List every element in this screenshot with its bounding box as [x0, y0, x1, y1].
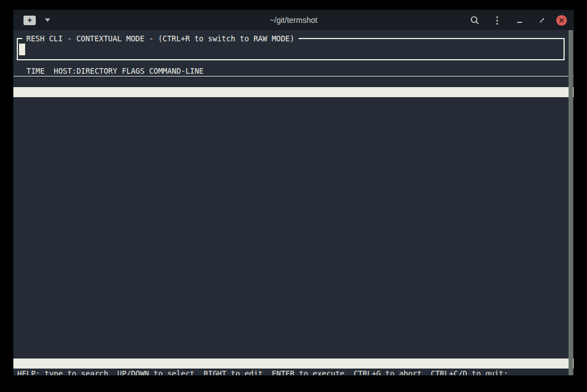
- new-tab-button[interactable]: +: [23, 16, 36, 25]
- close-button[interactable]: [556, 15, 567, 26]
- terminal-window: + ~/git/termshot ⋮: [13, 10, 574, 375]
- history-row[interactable]: 7 days~/git/termshotGtime echo something: [13, 308, 574, 318]
- history-row[interactable]: 3 days~/git/termshotGinkscape xterm-mock…: [13, 238, 574, 248]
- history-row[interactable]: 7 days~/git/termshotGtime x=1: [13, 288, 574, 298]
- history-row[interactable]: 3 days~/git/termshotGfh: [13, 87, 574, 97]
- search-icon: [470, 16, 480, 25]
- history-row[interactable]: 6 days~/git/termshotGcd ..: [13, 258, 574, 268]
- chevron-down-icon[interactable]: [45, 18, 50, 22]
- history-row[interactable]: 3 days~/git/termshotGmv ~/xterm.2020.05.…: [13, 168, 574, 178]
- history-row[interactable]: 3 days~/git/termshotGmv ~/xterm.2020.05.…: [13, 198, 574, 208]
- history-row[interactable]: 3 days~/git/termshotGinkscape xterm-mock…: [13, 228, 574, 238]
- history-row[interactable]: 3 days~/git/termshotGrm xterm-mockup-bw-…: [13, 137, 574, 147]
- history-table-header: TIME HOST:DIRECTORY FLAGS COMMAND-LINE: [13, 66, 574, 77]
- history-row[interactable]: 3 days~/git/termshotGmv ~/xterm.2020.05.…: [13, 208, 574, 218]
- minimize-icon: [517, 22, 522, 23]
- history-row[interactable]: 3 days~/git/termshotGinkscape xterm-wire…: [13, 157, 574, 168]
- titlebar: + ~/git/termshot ⋮: [13, 10, 574, 30]
- history-row[interactable]: 3 days~/git/termshotGmv ~/xterm.2020.05.…: [13, 117, 574, 127]
- search-button[interactable]: [463, 10, 486, 30]
- minimize-button[interactable]: [508, 10, 531, 30]
- history-row[interactable]: 3 days~/git/termshotGmv ~/xterm.2020.05.…: [13, 147, 574, 157]
- new-tab-plus-icon: +: [27, 16, 32, 24]
- history-row[interactable]: 7 days~/git/termshotGclear: [13, 268, 574, 278]
- menu-button[interactable]: ⋮: [486, 10, 508, 30]
- close-icon: [559, 18, 564, 23]
- history-row[interactable]: 3 days~/git/termshotGmv ~/xterm.2020.05.…: [13, 178, 574, 188]
- history-row[interactable]: 7 days~/git/termshotGtime echo something…: [13, 298, 574, 308]
- history-row[interactable]: 3 days~/git/termshotGinkscape xterm-wire…: [13, 107, 574, 117]
- resh-mode-title: RESH CLI - CONTEXTUAL MODE - (CTRL+R to …: [22, 34, 299, 44]
- history-row[interactable]: 7 days~/git/termshotGbash: [13, 318, 574, 328]
- scrollbar[interactable]: [569, 30, 573, 375]
- kebab-menu-icon: ⋮: [493, 15, 502, 26]
- history-row[interactable]: 3 days~/git/termshotGcd: [13, 77, 574, 87]
- history-row[interactable]: 3 days~/git/termshotGmv ~/xterm.2020.05.…: [13, 188, 574, 198]
- history-row[interactable]: 3 days~/git/termshotGmv ~/xterm.2020.05.…: [13, 248, 574, 258]
- restore-icon: [539, 17, 545, 23]
- help-line: HELP: type to search, UP/DOWN to select,…: [13, 369, 574, 375]
- history-row[interactable]: 3 days~/git/termshotGfh() {; eval $( ([ …: [13, 97, 574, 107]
- terminal-screen[interactable]: RESH CLI - CONTEXTUAL MODE - (CTRL+R to …: [13, 30, 574, 375]
- text-cursor: [19, 44, 25, 55]
- history-row[interactable]: 7 days~/git/termshotGmv ~/xterm.2020.05.…: [13, 338, 574, 348]
- search-input-box[interactable]: RESH CLI - CONTEXTUAL MODE - (CTRL+R to …: [17, 38, 565, 60]
- restore-button[interactable]: [531, 10, 553, 30]
- history-row[interactable]: 3 days~/git/termshotGrm xterm-mockup-bw-…: [13, 218, 574, 228]
- status-bar: 2020-05-08 00:34:56tower:~/git/termshotf…: [13, 358, 574, 369]
- history-row[interactable]: 7 days~/git/termshotGmv ~/xterm.2020.05.…: [13, 328, 574, 338]
- history-row[interactable]: 7 days~/git/termshotGmv ~/xterm.2020.05.…: [13, 348, 574, 358]
- history-row[interactable]: 3 days~/git/termshotGls: [13, 127, 574, 137]
- history-row[interactable]: 7 days~/git/termshotGtime date: [13, 278, 574, 288]
- history-list: 3 days~/git/termshotGcd 3 days~/git/term…: [13, 77, 574, 358]
